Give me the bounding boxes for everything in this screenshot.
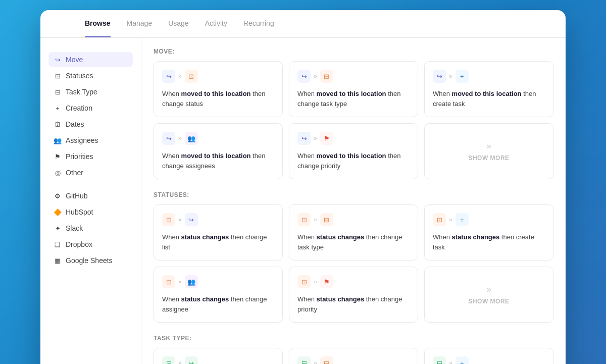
- card-icons: ⊡ » +: [433, 213, 545, 226]
- sidebar-integrations: ⚙GitHub🔶HubSpot✦Slack❑Dropbox▦Google She…: [48, 188, 133, 268]
- assignees-icon: 👥: [185, 275, 198, 288]
- arrow-icon: »: [449, 359, 452, 364]
- card-bold: status changes: [452, 233, 500, 241]
- tasktype-icon: ⊟: [320, 70, 333, 83]
- tab-bar: BrowseManageUsageActivityRecurring: [85, 19, 274, 37]
- card-2-1[interactable]: ⊟ » ⊟ When task type changes then change: [289, 348, 418, 364]
- card-text: When moved to this location then create …: [433, 89, 545, 109]
- card-0-2[interactable]: ↪ » + When moved to this location then c…: [424, 61, 553, 117]
- card-0-3[interactable]: ↪ » 👥 When moved to this location then c…: [154, 123, 283, 179]
- priorities-icon: ⚑: [54, 152, 62, 161]
- tab-manage[interactable]: Manage: [127, 19, 153, 37]
- tab-browse[interactable]: Browse: [85, 19, 111, 37]
- card-0-4[interactable]: ↪ » ⚑ When moved to this location then c…: [289, 123, 418, 179]
- dates-icon: 🗓: [54, 120, 62, 128]
- sections-container: MOVE: ↪ » ⊡ When moved to this location …: [154, 48, 553, 364]
- tab-recurring[interactable]: Recurring: [243, 19, 274, 37]
- arrow-icon: »: [449, 216, 452, 223]
- section-1: STATUSES: ⊡ » ↪ When status changes then…: [154, 191, 553, 323]
- move-icon: ↪: [162, 70, 175, 83]
- sidebar-item-github[interactable]: ⚙GitHub: [48, 188, 133, 203]
- sidebar-item-google-sheets[interactable]: ▦Google Sheets: [48, 253, 133, 268]
- sidebar-categories: ↪Move⊡Statuses⊟Task Type+Creation🗓Dates👥…: [48, 52, 133, 180]
- arrow-icon: »: [449, 73, 452, 80]
- card-bold: status changes: [317, 295, 365, 303]
- arrow-icon: »: [178, 278, 182, 285]
- assignees-icon: 👥: [54, 136, 62, 144]
- card-1-5[interactable]: » SHOW MORE: [424, 267, 553, 323]
- cards-grid-0: ↪ » ⊡ When moved to this location then c…: [154, 61, 553, 179]
- github-icon: ⚙: [54, 192, 62, 200]
- sidebar-item-assignees[interactable]: 👥Assignees: [48, 133, 133, 148]
- card-2-2[interactable]: ⊟ » + When task type changes then create…: [424, 348, 553, 364]
- card-bold: status changes: [181, 233, 229, 241]
- tasktype-icon: ⊟: [54, 88, 62, 96]
- card-text: When moved to this location then change …: [297, 151, 410, 171]
- card-icons: ↪ » ⊟: [297, 70, 410, 83]
- sidebar-item-dropbox[interactable]: ❑Dropbox: [48, 237, 133, 252]
- card-bold: moved to this location: [317, 90, 386, 97]
- sidebar-item-other[interactable]: ◎Other: [48, 165, 133, 180]
- section-title-1: STATUSES:: [154, 191, 553, 198]
- card-text: When status changes then change assignee: [162, 294, 274, 314]
- sheets-icon: ▦: [54, 256, 62, 265]
- card-icons: ⊡ » 👥: [162, 275, 274, 288]
- dropbox-icon: ❑: [54, 240, 62, 248]
- card-bold: moved to this location: [181, 90, 251, 97]
- flag-icon: ⚑: [320, 275, 333, 288]
- sidebar-item-slack[interactable]: ✦Slack: [48, 221, 133, 236]
- show-more-label: SHOW MORE: [468, 298, 509, 305]
- card-1-3[interactable]: ⊡ » 👥 When status changes then change as…: [154, 267, 283, 323]
- arrow-icon: »: [178, 135, 182, 142]
- main-content: MOVE: ↪ » ⊡ When moved to this location …: [141, 38, 566, 364]
- cards-grid-1: ⊡ » ↪ When status changes then change li…: [154, 204, 553, 323]
- card-icons: ↪ » ⊡: [162, 70, 274, 83]
- card-0-0[interactable]: ↪ » ⊡ When moved to this location then c…: [154, 61, 283, 117]
- flag-icon: ⚑: [320, 132, 333, 145]
- sidebar-item-hubspot[interactable]: 🔶HubSpot: [48, 204, 133, 220]
- tab-usage[interactable]: Usage: [168, 19, 188, 37]
- status-icon: ⊡: [297, 213, 311, 226]
- card-1-0[interactable]: ⊡ » ↪ When status changes then change li…: [154, 204, 283, 261]
- card-bold: status changes: [317, 233, 365, 241]
- plus-icon: +: [456, 356, 469, 364]
- card-2-0[interactable]: ⊟ » ↪ When task type changes then change…: [154, 348, 283, 364]
- move-icon: ↪: [185, 356, 198, 364]
- card-0-1[interactable]: ↪ » ⊟ When moved to this location then c…: [289, 61, 418, 117]
- hubspot-icon: 🔶: [54, 208, 62, 216]
- move-icon: ↪: [185, 213, 198, 226]
- status-icon: ⊡: [54, 72, 62, 80]
- tasktype-green-icon: ⊟: [162, 356, 175, 364]
- sidebar-item-creation[interactable]: +Creation: [48, 100, 133, 116]
- card-icons: ⊡ » ⚑: [297, 275, 410, 288]
- modal-content: ↪Move⊡Statuses⊟Task Type+Creation🗓Dates👥…: [40, 38, 566, 364]
- tasktype-green-icon: ⊟: [297, 356, 311, 364]
- arrow-icon: »: [314, 73, 317, 80]
- card-bold: moved to this location: [317, 152, 386, 160]
- arrow-icon: »: [178, 73, 182, 80]
- section-0: MOVE: ↪ » ⊡ When moved to this location …: [154, 48, 553, 179]
- card-icons: ↪ » +: [433, 70, 545, 83]
- card-icons: ↪ » ⚑: [297, 132, 410, 145]
- tasktype-icon: ⊟: [320, 213, 333, 226]
- card-icons: ⊟ » ↪: [162, 356, 274, 364]
- arrow-icon: »: [314, 278, 317, 285]
- section-title-2: TASK TYPE:: [154, 335, 553, 342]
- sidebar-item-dates[interactable]: 🗓Dates: [48, 117, 133, 132]
- sidebar-item-move[interactable]: ↪Move: [48, 52, 133, 67]
- sidebar-item-task-type[interactable]: ⊟Task Type: [48, 84, 133, 99]
- card-1-1[interactable]: ⊡ » ⊟ When status changes then change ta…: [289, 204, 418, 261]
- card-icons: ⊡ » ⊟: [297, 213, 410, 226]
- status-icon: ⊡: [185, 70, 198, 83]
- modal-header: BrowseManageUsageActivityRecurring: [40, 10, 566, 38]
- card-bold: status changes: [181, 295, 229, 303]
- card-bold: moved to this location: [181, 152, 251, 160]
- card-text: When status changes then change list: [162, 232, 274, 252]
- card-1-4[interactable]: ⊡ » ⚑ When status changes then change pr…: [289, 267, 418, 323]
- card-0-5[interactable]: » SHOW MORE: [424, 123, 553, 179]
- tab-activity[interactable]: Activity: [205, 19, 227, 37]
- status-icon: ⊡: [162, 213, 175, 226]
- sidebar-item-statuses[interactable]: ⊡Statuses: [48, 68, 133, 83]
- card-1-2[interactable]: ⊡ » + When status changes then create ta…: [424, 204, 553, 261]
- sidebar-item-priorities[interactable]: ⚑Priorities: [48, 149, 133, 164]
